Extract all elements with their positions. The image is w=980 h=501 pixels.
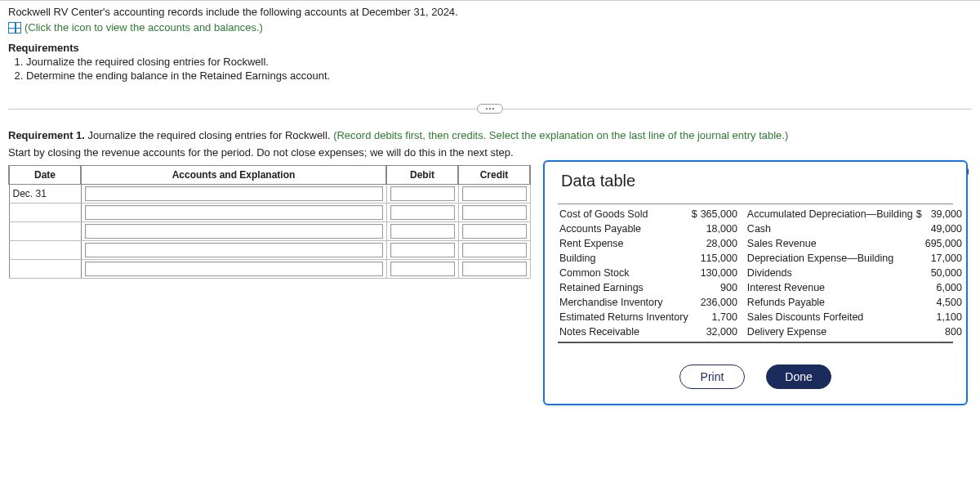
data-cell: Notes Receivable [558, 324, 690, 339]
data-cell: Accumulated Depreciation—Building [746, 207, 915, 221]
requirement-item: Journalize the required closing entries … [26, 56, 972, 68]
data-cell [690, 236, 699, 251]
table-row: Rent Expense28,000Sales Revenue695,000 [558, 236, 964, 251]
data-cell: Building [558, 251, 690, 266]
data-cell [915, 310, 924, 324]
data-cell: Sales Revenue [746, 236, 915, 251]
data-cell: 115,000 [699, 251, 746, 266]
data-cell: 365,000 [699, 207, 746, 221]
data-cell: 6,000 [924, 280, 964, 295]
data-cell: Common Stock [558, 266, 690, 280]
data-cell [690, 221, 699, 236]
grid-table-icon[interactable] [8, 22, 21, 34]
data-cell: 4,500 [924, 295, 964, 310]
data-cell [690, 310, 699, 324]
done-button[interactable]: Done [766, 365, 831, 389]
table-row: Common Stock130,000Dividends50,000 [558, 266, 964, 280]
table-row: Notes Receivable32,000Delivery Expense80… [558, 324, 964, 339]
table-row [9, 241, 530, 260]
account-input[interactable] [85, 243, 383, 257]
data-cell [690, 324, 699, 339]
data-cell [690, 295, 699, 310]
data-cell: Refunds Payable [746, 295, 915, 310]
data-cell [690, 266, 699, 280]
table-row: Estimated Returns Inventory1,700Sales Di… [558, 310, 964, 324]
col-header-credit: Credit [458, 166, 530, 185]
modal-title: Data table [558, 172, 953, 190]
data-cell: Accounts Payable [558, 221, 690, 236]
data-cell: 1,100 [924, 310, 964, 324]
data-cell [915, 295, 924, 310]
data-cell: 800 [924, 324, 964, 339]
table-row: Merchandise Inventory236,000Refunds Paya… [558, 295, 964, 310]
data-cell: 900 [699, 280, 746, 295]
debit-input[interactable] [390, 186, 455, 201]
data-cell: $ [915, 207, 924, 221]
table-row: Cost of Goods Sold$365,000Accumulated De… [558, 207, 964, 221]
col-header-date: Date [9, 166, 81, 185]
data-cell: Cost of Goods Sold [558, 207, 690, 221]
debit-input[interactable] [390, 243, 455, 257]
requirements-list: Journalize the required closing entries … [8, 56, 972, 82]
data-cell: 18,000 [699, 221, 746, 236]
table-row [9, 222, 530, 241]
data-cell [690, 251, 699, 266]
data-cell: 28,000 [699, 236, 746, 251]
view-accounts-link[interactable]: (Click the icon to view the accounts and… [24, 21, 263, 34]
data-cell: 130,000 [699, 266, 746, 280]
data-cell [690, 280, 699, 295]
debit-input[interactable] [390, 224, 455, 239]
table-row: Retained Earnings900Interest Revenue6,00… [558, 280, 964, 295]
table-row: Accounts Payable18,000Cash49,000 [558, 221, 964, 236]
req1-hint: (Record debits first, then credits. Sele… [333, 129, 788, 141]
data-cell: 17,000 [924, 251, 964, 266]
credit-input[interactable] [462, 243, 527, 257]
print-button[interactable]: Print [679, 365, 745, 389]
col-header-debit: Debit [386, 166, 458, 185]
more-options-pill[interactable] [477, 104, 503, 114]
data-cell: 49,000 [924, 221, 964, 236]
data-cell: Depreciation Expense—Building [746, 251, 915, 266]
data-cell: 1,700 [699, 310, 746, 324]
account-input[interactable] [85, 186, 383, 201]
credit-input[interactable] [462, 186, 527, 201]
account-input[interactable] [85, 224, 383, 239]
data-cell [915, 251, 924, 266]
requirement-1-instruction: Requirement 1. Journalize the required c… [0, 129, 980, 141]
data-cell: Delivery Expense [746, 324, 915, 339]
data-cell: 236,000 [699, 295, 746, 310]
debit-input[interactable] [390, 262, 455, 276]
start-instruction: Start by closing the revenue accounts fo… [0, 146, 980, 159]
data-cell: Dividends [746, 266, 915, 280]
req1-label: Requirement 1. [8, 129, 85, 141]
data-cell: Rent Expense [558, 236, 690, 251]
intro-text: Rockwell RV Center's accounting records … [8, 6, 972, 18]
data-cell: 39,000 [924, 207, 964, 221]
data-cell: Estimated Returns Inventory [558, 310, 690, 324]
table-row: Dec. 31 [9, 185, 530, 204]
account-input[interactable] [85, 262, 383, 276]
data-cell: Retained Earnings [558, 280, 690, 295]
table-row [9, 260, 530, 279]
data-cell: $ [690, 207, 699, 221]
requirements-heading: Requirements [8, 42, 972, 54]
credit-input[interactable] [462, 205, 527, 220]
req1-desc: Journalize the required closing entries … [85, 129, 333, 141]
credit-input[interactable] [462, 262, 527, 276]
date-cell: Dec. 31 [9, 185, 81, 204]
data-cell [915, 221, 924, 236]
data-cell [915, 280, 924, 295]
data-cell [915, 324, 924, 339]
data-cell [915, 236, 924, 251]
data-cell [915, 266, 924, 280]
data-cell: 695,000 [924, 236, 964, 251]
credit-input[interactable] [462, 224, 527, 239]
debit-input[interactable] [390, 205, 455, 220]
account-input[interactable] [85, 205, 383, 220]
data-cell: Sales Discounts Forfeited [746, 310, 915, 324]
data-cell: 32,000 [699, 324, 746, 339]
table-row [9, 204, 530, 222]
journal-entry-table: Date Accounts and Explanation Debit Cred… [8, 165, 531, 279]
data-cell: Interest Revenue [746, 280, 915, 295]
accounts-data-table: Cost of Goods Sold$365,000Accumulated De… [558, 207, 964, 339]
